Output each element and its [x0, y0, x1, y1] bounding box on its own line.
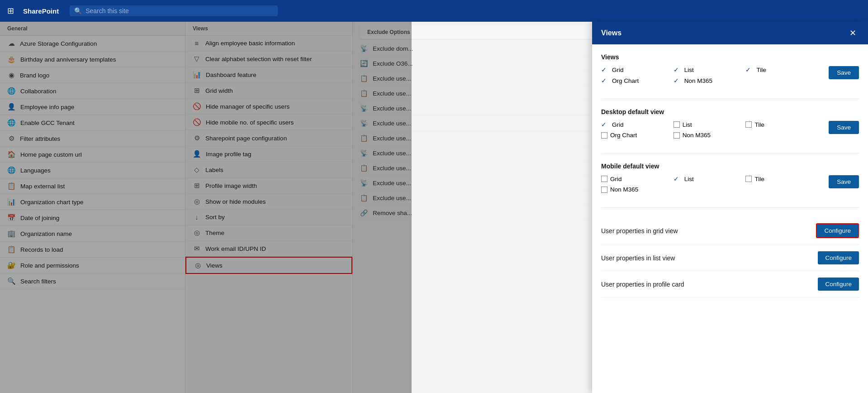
configure-list-button[interactable]: Configure — [818, 251, 859, 264]
mobile-checkbox-tile[interactable] — [745, 176, 752, 182]
check-icon-orgchart: ✓ — [601, 77, 609, 84]
search-icon: 🔍 — [74, 7, 82, 14]
view-label-list: List — [684, 67, 694, 73]
desktop-checkbox-orgchart[interactable] — [601, 132, 607, 139]
views-section-row: Views ✓ Grid ✓ List ✓ Tile — [601, 53, 859, 99]
mobile-views-grid: Grid ✓ List Tile Non M365 — [601, 175, 818, 193]
desktop-view-orgchart[interactable]: Org Chart — [601, 132, 674, 139]
app-header: ⊞ SharePoint 🔍 — [0, 0, 868, 22]
mobile-checkbox-nonm365[interactable] — [601, 187, 607, 193]
view-label-tile: Tile — [756, 67, 766, 73]
desktop-checkbox-tile[interactable] — [745, 121, 752, 128]
desktop-view-tile[interactable]: Tile — [745, 121, 818, 128]
mobile-view-grid[interactable]: Grid — [601, 175, 674, 182]
overlay — [0, 22, 412, 393]
desktop-label-orgchart: Org Chart — [610, 132, 637, 139]
views-section-title: Views — [601, 53, 818, 61]
mobile-view-list[interactable]: ✓ List — [674, 175, 746, 182]
prop-label-list: User properties in list view — [601, 254, 675, 262]
search-bar[interactable]: 🔍 — [70, 5, 278, 16]
desktop-section-content: Desktop default view ✓ Grid List Tile — [601, 108, 818, 146]
desktop-view-grid[interactable]: ✓ Grid — [601, 121, 674, 128]
panel-close-button[interactable]: ✕ — [847, 27, 859, 39]
views-grid: ✓ Grid ✓ List ✓ Tile ✓ — [601, 66, 818, 84]
desktop-label-list: List — [683, 121, 692, 128]
waffle-icon[interactable]: ⊞ — [5, 4, 16, 18]
view-item-nonm365[interactable]: ✓ Non M365 — [674, 77, 746, 84]
views-save-button[interactable]: Save — [829, 66, 859, 79]
views-panel: Views ✕ Views ✓ Grid ✓ List — [592, 22, 868, 393]
mobile-view-tile[interactable]: Tile — [745, 175, 818, 182]
search-input[interactable] — [85, 7, 273, 14]
view-label-grid: Grid — [612, 67, 624, 73]
view-label-nonm365: Non M365 — [684, 77, 712, 84]
mobile-check-list: ✓ — [674, 175, 682, 182]
desktop-label-tile: Tile — [754, 121, 764, 128]
panel-header: Views ✕ — [592, 22, 868, 44]
check-icon-nonm365: ✓ — [674, 77, 682, 84]
view-item-list[interactable]: ✓ List — [674, 66, 746, 73]
view-item-orgchart[interactable]: ✓ Org Chart — [601, 77, 674, 84]
view-item-tile[interactable]: ✓ Tile — [745, 66, 818, 73]
desktop-checkbox-list[interactable] — [674, 121, 680, 128]
view-label-orgchart: Org Chart — [612, 77, 639, 84]
desktop-view-list[interactable]: List — [674, 121, 746, 128]
check-icon-grid: ✓ — [601, 66, 609, 73]
desktop-views-grid: ✓ Grid List Tile Org — [601, 121, 818, 139]
configure-grid-button[interactable]: Configure — [816, 223, 859, 238]
brand-name: SharePoint — [23, 7, 59, 15]
desktop-label-grid: Grid — [612, 121, 624, 128]
prop-row-grid: User properties in grid view Configure — [601, 217, 859, 245]
prop-row-list: User properties in list view Configure — [601, 245, 859, 271]
mobile-label-list: List — [684, 176, 694, 182]
desktop-label-nonm365: Non M365 — [683, 132, 711, 139]
main-layout: General ☁Azure Storage Configuration🎂Bir… — [0, 22, 868, 393]
mobile-save-button[interactable]: Save — [829, 175, 859, 188]
prop-label-grid: User properties in grid view — [601, 227, 678, 235]
desktop-section-title: Desktop default view — [601, 108, 818, 115]
mobile-section-row: Mobile default view Grid ✓ List Tile — [601, 163, 859, 208]
mobile-label-tile: Tile — [754, 176, 764, 182]
panel-title: Views — [601, 29, 621, 37]
mobile-section-content: Mobile default view Grid ✓ List Tile — [601, 163, 818, 200]
prop-row-profile: User properties in profile card Configur… — [601, 271, 859, 297]
view-item-grid[interactable]: ✓ Grid — [601, 66, 674, 73]
mobile-label-grid: Grid — [610, 176, 622, 182]
mobile-label-nonm365: Non M365 — [610, 186, 638, 193]
desktop-checkbox-nonm365[interactable] — [674, 132, 680, 139]
desktop-check-grid: ✓ — [601, 121, 609, 128]
configure-profile-button[interactable]: Configure — [818, 278, 859, 291]
check-icon-tile: ✓ — [745, 66, 754, 73]
views-section-content: Views ✓ Grid ✓ List ✓ Tile — [601, 53, 818, 91]
mobile-section-title: Mobile default view — [601, 163, 818, 170]
desktop-view-nonm365[interactable]: Non M365 — [674, 132, 746, 139]
desktop-save-button[interactable]: Save — [829, 121, 859, 134]
check-icon-list: ✓ — [674, 66, 682, 73]
mobile-view-nonm365[interactable]: Non M365 — [601, 186, 674, 193]
mobile-checkbox-grid[interactable] — [601, 176, 607, 182]
prop-label-profile: User properties in profile card — [601, 281, 684, 288]
desktop-section-row: Desktop default view ✓ Grid List Tile — [601, 108, 859, 153]
panel-body: Views ✓ Grid ✓ List ✓ Tile — [592, 44, 868, 393]
